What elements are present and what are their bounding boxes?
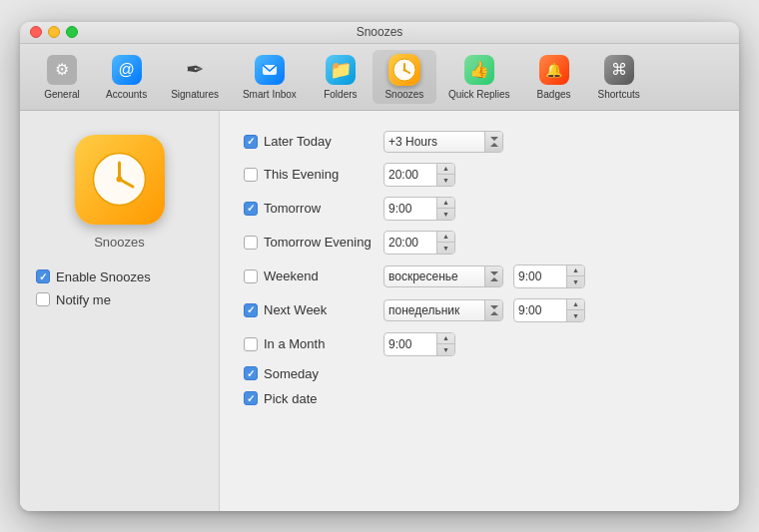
this-evening-time-stepper[interactable]: ▲ ▼ xyxy=(436,164,454,186)
quickreplies-icon: 👍 xyxy=(463,54,495,86)
tomorrow-evening-stepper-down[interactable]: ▼ xyxy=(437,243,454,254)
maximize-button[interactable] xyxy=(66,26,78,38)
notify-me-label: Notify me xyxy=(56,292,111,307)
snooze-row-in-a-month: In a Month ▲ ▼ xyxy=(244,332,715,356)
minimize-button[interactable] xyxy=(48,26,60,38)
next-week-time-stepper[interactable]: ▲ ▼ xyxy=(566,299,584,321)
toolbar-item-quickreplies[interactable]: 👍 Quick Replies xyxy=(436,50,522,104)
tomorrow-evening-time-stepper[interactable]: ▲ ▼ xyxy=(436,232,454,254)
enable-snoozes-checkbox[interactable] xyxy=(36,269,50,283)
tomorrow-stepper-up[interactable]: ▲ xyxy=(437,198,454,210)
tomorrow-evening-stepper-up[interactable]: ▲ xyxy=(437,232,454,244)
notify-me-checkbox[interactable] xyxy=(36,292,50,306)
toolbar-item-badges[interactable]: 🔔 Badges xyxy=(522,50,586,104)
tomorrow-evening-checkbox[interactable] xyxy=(244,236,258,250)
next-week-checkbox[interactable] xyxy=(244,303,258,317)
enable-snoozes-option[interactable]: Enable Snoozes xyxy=(36,269,203,284)
next-week-day-dropdown-arrow[interactable] xyxy=(484,300,502,320)
tomorrow-time-input[interactable] xyxy=(384,198,436,220)
tomorrow-time-stepper[interactable]: ▲ ▼ xyxy=(436,198,454,220)
weekend-time-input[interactable] xyxy=(514,266,566,287)
snooze-label-pick-date: Pick date xyxy=(244,391,374,406)
this-evening-stepper-down[interactable]: ▼ xyxy=(437,175,454,186)
weekend-day-value: воскресенье xyxy=(384,269,484,283)
traffic-lights xyxy=(30,26,78,38)
next-week-day-select[interactable]: понедельник xyxy=(383,299,503,321)
svg-point-5 xyxy=(402,68,405,71)
app-icon-large xyxy=(75,135,165,225)
in-a-month-stepper-up[interactable]: ▲ xyxy=(437,333,454,345)
toolbar-item-signatures[interactable]: ✒ Signatures xyxy=(159,50,231,104)
weekend-stepper-down[interactable]: ▼ xyxy=(567,276,584,287)
snooze-label-tomorrow: Tomorrow xyxy=(244,201,374,216)
tomorrow-checkbox[interactable] xyxy=(244,202,258,216)
app-window: Snoozes ⚙ General @ Accounts ✒ Signature… xyxy=(20,22,739,511)
weekend-stepper-up[interactable]: ▲ xyxy=(567,266,584,277)
toolbar: ⚙ General @ Accounts ✒ Signatures xyxy=(20,44,739,111)
in-a-month-time-input[interactable] xyxy=(384,333,436,355)
weekend-checkbox[interactable] xyxy=(244,269,258,283)
next-week-time-field[interactable]: ▲ ▼ xyxy=(513,298,585,322)
later-today-select[interactable]: +3 Hours xyxy=(383,131,503,153)
pick-date-checkbox[interactable] xyxy=(244,391,258,405)
snooze-label-tomorrow-evening: Tomorrow Evening xyxy=(244,235,374,250)
toolbar-label-shortcuts: Shortcuts xyxy=(598,89,640,100)
sidebar: Snoozes Enable Snoozes Notify me xyxy=(20,111,220,511)
snoozes-icon xyxy=(388,54,420,86)
tomorrow-evening-time-field[interactable]: ▲ ▼ xyxy=(383,231,455,255)
badges-icon: 🔔 xyxy=(538,54,570,86)
next-week-time-input[interactable] xyxy=(514,299,566,321)
snooze-label-this-evening: This Evening xyxy=(244,167,374,182)
snooze-row-later-today: Later Today +3 Hours xyxy=(244,131,715,153)
tomorrow-time-field[interactable]: ▲ ▼ xyxy=(383,197,455,221)
snooze-row-next-week: Next Week понедельник ▲ ▼ xyxy=(244,298,715,322)
notify-me-option[interactable]: Notify me xyxy=(36,292,203,307)
toolbar-item-shortcuts[interactable]: ⌘ Shortcuts xyxy=(586,50,652,104)
toolbar-item-general[interactable]: ⚙ General xyxy=(30,50,94,104)
titlebar: Snoozes xyxy=(20,22,739,44)
snooze-label-someday: Someday xyxy=(244,366,374,381)
toolbar-item-smartinbox[interactable]: Smart Inbox xyxy=(231,50,309,104)
content-area: Snoozes Enable Snoozes Notify me Later T… xyxy=(20,111,739,511)
toolbar-item-snoozes[interactable]: Snoozes xyxy=(373,50,436,104)
toolbar-label-badges: Badges xyxy=(537,89,571,100)
snooze-row-tomorrow-evening: Tomorrow Evening ▲ ▼ xyxy=(244,231,715,255)
next-week-day-value: понедельник xyxy=(384,303,484,317)
next-week-stepper-down[interactable]: ▼ xyxy=(567,310,584,321)
toolbar-label-accounts: Accounts xyxy=(106,89,147,100)
tomorrow-evening-time-input[interactable] xyxy=(384,232,436,254)
close-button[interactable] xyxy=(30,26,42,38)
snooze-label-later-today: Later Today xyxy=(244,134,374,149)
next-week-stepper-up[interactable]: ▲ xyxy=(567,299,584,311)
toolbar-label-smartinbox: Smart Inbox xyxy=(243,89,297,100)
weekend-day-select[interactable]: воскресенье xyxy=(383,266,503,287)
snooze-row-someday: Someday xyxy=(244,366,715,381)
tomorrow-stepper-down[interactable]: ▼ xyxy=(437,209,454,220)
toolbar-item-folders[interactable]: 📁 Folders xyxy=(309,50,373,104)
snooze-row-this-evening: This Evening ▲ ▼ xyxy=(244,163,715,187)
this-evening-time-input[interactable] xyxy=(384,164,436,186)
svg-point-10 xyxy=(117,177,123,183)
weekend-time-field[interactable]: ▲ ▼ xyxy=(513,265,585,288)
toolbar-item-accounts[interactable]: @ Accounts xyxy=(94,50,159,104)
toolbar-label-folders: Folders xyxy=(324,89,357,100)
in-a-month-time-stepper[interactable]: ▲ ▼ xyxy=(436,333,454,355)
snooze-label-in-a-month: In a Month xyxy=(244,336,374,351)
in-a-month-checkbox[interactable] xyxy=(244,337,258,351)
this-evening-time-field[interactable]: ▲ ▼ xyxy=(383,163,455,187)
in-a-month-time-field[interactable]: ▲ ▼ xyxy=(383,332,455,356)
main-panel: Later Today +3 Hours This Evening xyxy=(220,111,739,511)
in-a-month-stepper-down[interactable]: ▼ xyxy=(437,344,454,355)
snooze-row-pick-date: Pick date xyxy=(244,391,715,406)
someday-checkbox[interactable] xyxy=(244,366,258,380)
later-today-select-value: +3 Hours xyxy=(384,135,484,149)
this-evening-stepper-up[interactable]: ▲ xyxy=(437,164,454,176)
this-evening-checkbox[interactable] xyxy=(244,168,258,182)
snooze-row-weekend: Weekend воскресенье ▲ ▼ xyxy=(244,265,715,288)
snooze-label-weekend: Weekend xyxy=(244,268,374,283)
weekend-day-dropdown-arrow[interactable] xyxy=(484,266,502,286)
shortcuts-icon: ⌘ xyxy=(603,54,635,86)
weekend-time-stepper[interactable]: ▲ ▼ xyxy=(566,266,584,287)
later-today-dropdown-arrow[interactable] xyxy=(484,132,502,152)
later-today-checkbox[interactable] xyxy=(244,135,258,149)
